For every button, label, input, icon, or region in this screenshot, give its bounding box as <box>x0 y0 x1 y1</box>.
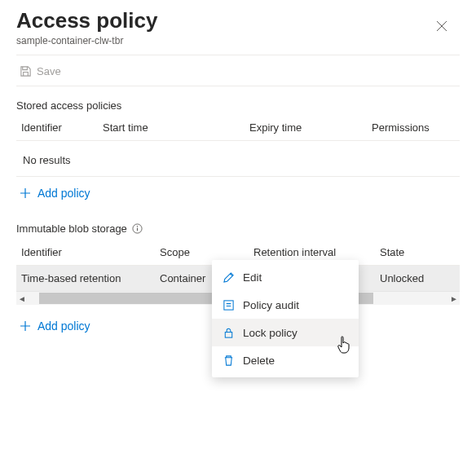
ctx-audit-label: Policy audit <box>243 299 299 311</box>
col-ibs-retention: Retention interval <box>253 246 380 258</box>
add-stored-policy-label: Add policy <box>37 187 90 200</box>
ctx-delete-label: Delete <box>243 355 275 367</box>
cell-state: Unlocked <box>380 272 455 284</box>
add-stored-policy-button[interactable]: Add policy <box>16 177 460 209</box>
ctx-delete[interactable]: Delete <box>212 346 359 374</box>
add-immutable-policy-label: Add policy <box>37 319 90 333</box>
page-subtitle: sample-container-clw-tbr <box>16 35 460 46</box>
col-ibs-scope: Scope <box>160 246 253 258</box>
stored-policies-empty: No results <box>16 146 460 177</box>
stored-policies-title: Stored access policies <box>16 91 460 117</box>
save-icon <box>20 65 32 77</box>
scroll-left-arrow[interactable]: ◄ <box>16 294 28 303</box>
col-ibs-identifier: Identifier <box>21 246 160 258</box>
context-menu: Edit Policy audit Lock policy Delete <box>212 260 359 377</box>
col-ibs-state: State <box>380 246 455 258</box>
ctx-lock-label: Lock policy <box>243 327 298 339</box>
audit-icon <box>222 298 235 311</box>
ctx-edit-label: Edit <box>243 271 262 284</box>
plus-icon <box>20 187 31 199</box>
immutable-title: Immutable blob storage <box>16 222 127 235</box>
ctx-audit[interactable]: Policy audit <box>212 291 359 319</box>
info-icon[interactable] <box>132 223 143 235</box>
col-start: Start time <box>103 121 249 134</box>
col-expiry: Expiry time <box>249 121 372 134</box>
col-identifier: Identifier <box>21 121 103 134</box>
page-title: Access policy <box>16 8 460 33</box>
svg-rect-2 <box>223 300 232 309</box>
col-perms: Permissions <box>372 121 455 134</box>
close-icon <box>436 20 447 32</box>
scroll-right-arrow[interactable]: ► <box>448 294 460 303</box>
ctx-edit[interactable]: Edit <box>212 263 359 291</box>
save-label: Save <box>37 65 61 77</box>
svg-rect-3 <box>225 332 231 337</box>
delete-icon <box>222 354 235 367</box>
edit-icon <box>222 271 235 284</box>
plus-icon <box>20 320 31 332</box>
ctx-lock[interactable]: Lock policy <box>212 319 359 346</box>
cell-identifier: Time-based retention <box>21 272 160 284</box>
lock-icon <box>222 326 235 339</box>
save-button[interactable]: Save <box>20 65 61 77</box>
close-button[interactable] <box>432 16 452 36</box>
stored-policies-header: Identifier Start time Expiry time Permis… <box>16 117 460 139</box>
svg-point-1 <box>137 225 138 226</box>
